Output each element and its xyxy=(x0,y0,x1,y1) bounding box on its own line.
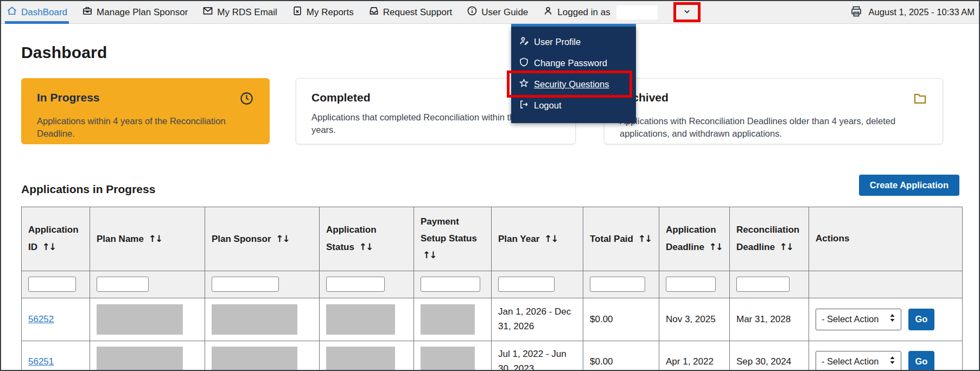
user-edit-icon xyxy=(519,36,529,48)
briefcase-icon xyxy=(82,5,93,19)
menu-item-change-password[interactable]: Change Password xyxy=(511,53,636,74)
home-icon xyxy=(7,5,17,19)
redacted-plan-name xyxy=(97,347,183,371)
user-dropdown-menu: User Profile Change Password Security Qu… xyxy=(511,24,636,123)
col-application-id: Application ID ↑↓ xyxy=(22,207,90,271)
application-deadline-cell: Apr 1, 2022 xyxy=(659,341,730,371)
select-arrows-icon xyxy=(889,355,895,369)
filter-input-plan-year[interactable] xyxy=(498,277,555,292)
total-paid-cell: $0.00 xyxy=(583,341,659,371)
actions-cell: - Select Action Go xyxy=(816,309,956,330)
user-menu-toggle[interactable] xyxy=(673,2,701,22)
envelope-icon xyxy=(202,5,213,19)
info-icon xyxy=(467,5,478,19)
nav-item-request-support[interactable]: Request Support xyxy=(368,1,453,24)
application-deadline-cell: Nov 3, 2025 xyxy=(659,298,730,341)
card-description: Applications with Reconciliation Deadlin… xyxy=(620,115,927,140)
rds-dashboard-page: { "nav": { "items": [ { "label": "DashBo… xyxy=(0,0,980,371)
print-button[interactable] xyxy=(850,5,863,20)
summary-cards: In Progress Applications within 4 years … xyxy=(21,78,959,144)
logged-in-as: Logged in as xyxy=(543,1,657,24)
filter-input-plan-name[interactable] xyxy=(97,277,149,292)
filter-input-payment-setup-status[interactable] xyxy=(421,277,480,292)
sort-icon[interactable]: ↑↓ xyxy=(544,233,558,244)
card-title: Completed xyxy=(311,91,371,104)
sort-icon[interactable]: ↑↓ xyxy=(423,250,436,260)
col-plan-sponsor: Plan Sponsor ↑↓ xyxy=(205,207,320,271)
table-row: 56251 Jul 1, 2022 - Jun 30, 2023 $0.00 A… xyxy=(22,341,963,371)
filter-input-total-paid[interactable] xyxy=(590,277,645,292)
col-total-paid: Total Paid ↑↓ xyxy=(583,207,659,271)
report-file-icon xyxy=(292,5,303,19)
sort-icon[interactable]: ↑↓ xyxy=(276,233,289,244)
redacted-payment-setup-status xyxy=(421,304,475,335)
col-plan-year: Plan Year ↑↓ xyxy=(492,207,583,271)
go-button[interactable]: Go xyxy=(908,309,934,330)
table-filter-row xyxy=(22,271,963,298)
nav-label: Manage Plan Sponsor xyxy=(97,7,188,18)
page-title: Dashboard xyxy=(21,43,959,62)
menu-item-user-profile[interactable]: User Profile xyxy=(511,31,636,53)
col-plan-name: Plan Name ↑↓ xyxy=(90,207,205,271)
sort-icon[interactable]: ↑↓ xyxy=(780,241,793,252)
sort-icon[interactable]: ↑↓ xyxy=(149,233,162,244)
col-payment-setup-status: Payment Setup Status ↑↓ xyxy=(414,207,492,271)
select-arrows-icon xyxy=(889,312,895,327)
nav-label: User Guide xyxy=(481,7,528,18)
table-row: 56252 Jan 1, 2026 - Dec 31, 2026 $0.00 N… xyxy=(22,298,963,341)
nav-right-group: August 1, 2025 - 10:33 AM xyxy=(850,5,975,20)
filter-actions-empty xyxy=(809,271,963,298)
nav-item-my-rds-email[interactable]: My RDS Email xyxy=(202,1,277,24)
nav-label: My RDS Email xyxy=(217,7,277,18)
redacted-application-status xyxy=(326,304,395,335)
action-select[interactable]: - Select Action xyxy=(816,351,901,371)
filter-input-application-status[interactable] xyxy=(326,277,385,292)
applications-section-header: Applications in Progress Create Applicat… xyxy=(21,175,959,196)
filter-input-plan-sponsor[interactable] xyxy=(212,277,279,292)
card-in-progress[interactable]: In Progress Applications within 4 years … xyxy=(21,78,270,144)
clock-icon xyxy=(239,91,254,108)
current-datetime: August 1, 2025 - 10:33 AM xyxy=(869,7,975,17)
applications-table: Application ID ↑↓ Plan Name ↑↓ Plan Spon… xyxy=(21,207,963,371)
col-application-status: Application Status ↑↓ xyxy=(320,207,414,271)
sort-icon[interactable]: ↑↓ xyxy=(638,233,652,244)
username-redacted xyxy=(616,5,658,20)
folder-icon xyxy=(913,91,927,108)
table-header-row: Application ID ↑↓ Plan Name ↑↓ Plan Spon… xyxy=(22,207,963,271)
menu-item-security-questions[interactable]: Security Questions xyxy=(511,74,636,95)
redacted-plan-sponsor xyxy=(212,304,297,335)
logout-icon xyxy=(519,99,529,112)
filter-input-application-id[interactable] xyxy=(28,277,76,292)
section-title: Applications in Progress xyxy=(21,183,155,196)
filter-input-application-deadline[interactable] xyxy=(666,277,716,292)
redacted-application-status xyxy=(326,347,395,371)
nav-item-manage-plan-sponsor[interactable]: Manage Plan Sponsor xyxy=(82,1,188,24)
menu-item-logout[interactable]: Logout xyxy=(511,95,636,116)
actions-cell: - Select Action Go xyxy=(816,351,956,371)
col-actions: Actions xyxy=(809,207,963,271)
chevron-down-icon xyxy=(683,7,691,17)
nav-label: DashBoard xyxy=(21,7,67,18)
nav-label: Request Support xyxy=(383,7,453,18)
nav-item-dashboard[interactable]: DashBoard xyxy=(7,1,67,24)
go-button[interactable]: Go xyxy=(908,351,934,371)
redacted-plan-name xyxy=(97,304,183,335)
nav-item-user-guide[interactable]: User Guide xyxy=(467,1,528,24)
filter-input-reconciliation-deadline[interactable] xyxy=(736,277,790,292)
sort-icon[interactable]: ↑↓ xyxy=(709,241,723,252)
person-icon xyxy=(543,5,553,19)
action-select[interactable]: - Select Action xyxy=(816,309,901,330)
card-archived[interactable]: Archived Applications with Reconciliatio… xyxy=(604,78,943,144)
redacted-plan-sponsor xyxy=(212,347,297,371)
reconciliation-deadline-cell: Sep 30, 2024 xyxy=(730,341,809,371)
create-application-button[interactable]: Create Application xyxy=(859,175,959,196)
card-description: Applications within 4 years of the Recon… xyxy=(37,115,254,140)
total-paid-cell: $0.00 xyxy=(583,298,659,341)
sort-icon[interactable]: ↑↓ xyxy=(359,241,373,252)
sort-icon[interactable]: ↑↓ xyxy=(42,241,56,252)
nav-item-my-reports[interactable]: My Reports xyxy=(292,1,354,24)
application-id-link[interactable]: 56252 xyxy=(28,314,54,324)
col-application-deadline: Application Deadline ↑↓ xyxy=(659,207,730,271)
application-id-link[interactable]: 56251 xyxy=(28,356,54,367)
redacted-payment-setup-status xyxy=(421,347,475,371)
